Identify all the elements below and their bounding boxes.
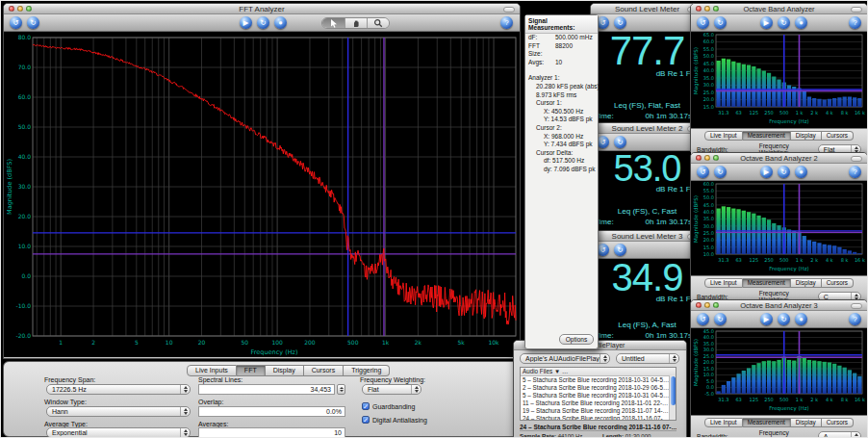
- info-button[interactable]: ?: [849, 166, 861, 178]
- window-type-select[interactable]: Hann: [46, 406, 191, 417]
- meter2-titlebar[interactable]: Sound Level Meter 2: [591, 123, 703, 134]
- snapshot-forward-button[interactable]: ↻: [714, 166, 727, 178]
- snapshot-forward-button[interactable]: ↻: [614, 136, 626, 148]
- snapshot-back-button[interactable]: ↺: [697, 16, 709, 29]
- octave-tab-live-input[interactable]: Live Input: [704, 278, 743, 288]
- minimize-icon[interactable]: [704, 155, 710, 161]
- info-button[interactable]: ?: [849, 16, 861, 29]
- octave-tab-display[interactable]: Display: [791, 131, 822, 141]
- frequency-weighting-select[interactable]: Flat: [362, 384, 421, 395]
- record-button[interactable]: ●: [795, 166, 807, 178]
- octave-tab-live-input[interactable]: Live Input: [704, 131, 743, 141]
- antialiasing-checkbox[interactable]: ✓: [362, 416, 370, 424]
- restart-button[interactable]: ↻: [778, 313, 790, 325]
- zoom-tool-segment[interactable]: [367, 18, 389, 28]
- play-button[interactable]: ▶: [760, 313, 773, 325]
- average-type-select[interactable]: Exponential: [46, 427, 191, 438]
- zoom-window-icon[interactable]: [713, 6, 719, 12]
- minimize-icon[interactable]: [704, 302, 710, 308]
- audio-file-item[interactable]: 2 – Stachura Scribe Blue recording 2018-…: [521, 384, 676, 392]
- record-button[interactable]: ●: [274, 16, 287, 29]
- options-button[interactable]: Options: [559, 334, 594, 345]
- play-button[interactable]: ▶: [240, 16, 252, 29]
- octave-tab-display[interactable]: Display: [791, 278, 822, 288]
- snapshot-forward-button[interactable]: ↻: [614, 244, 626, 256]
- fft-settings-tab-display[interactable]: Display: [266, 365, 304, 376]
- close-icon[interactable]: [696, 6, 702, 12]
- spectral-lines-stepper[interactable]: [337, 384, 345, 395]
- octave-tab-measurement[interactable]: Measurement: [743, 278, 791, 288]
- fft-titlebar[interactable]: FFT Analyzer: [4, 4, 520, 14]
- audio-file-item[interactable]: 11 – Stachura Scribe Blue recording 2018…: [521, 399, 676, 407]
- frequency-span-select[interactable]: 17226.5 Hz: [46, 384, 191, 395]
- list-scrollbar[interactable]: [669, 375, 676, 420]
- collapse-widget-icon[interactable]: [851, 303, 862, 309]
- overlap-input[interactable]: 0.0%: [198, 406, 345, 417]
- snapshot-back-button[interactable]: ↺: [10, 16, 22, 29]
- scrollbar-thumb[interactable]: [671, 376, 676, 405]
- octave-tab-cursors[interactable]: Cursors: [822, 418, 854, 427]
- pointer-tool-segment[interactable]: [322, 18, 345, 28]
- close-icon[interactable]: [9, 6, 14, 12]
- octave-tab-cursors[interactable]: Cursors: [822, 278, 854, 288]
- window-traffic-lights[interactable]: [696, 155, 719, 161]
- audio-file-item[interactable]: 24 – Stachura Scribe Blue recording 2018…: [521, 415, 676, 421]
- info-button[interactable]: ?: [849, 313, 861, 325]
- record-button[interactable]: ●: [795, 313, 807, 325]
- view-select[interactable]: Apple's AUAudioFilePlayer View: [520, 353, 610, 364]
- octave-tab-live-input[interactable]: Live Input: [704, 418, 743, 427]
- meter1-titlebar[interactable]: Sound Level Meter: [591, 4, 703, 14]
- signal-measurements-title[interactable]: Signal Measurements:: [525, 15, 598, 34]
- snapshot-back-button[interactable]: ↺: [697, 313, 709, 325]
- collapse-widget-icon[interactable]: [851, 7, 862, 13]
- info-button[interactable]: ?: [500, 16, 513, 29]
- snapshot-forward-button[interactable]: ↻: [714, 16, 727, 29]
- fft-settings-tab-fft[interactable]: FFT: [237, 365, 266, 376]
- audio-file-item[interactable]: 5 – Stachura Scribe Blue recording 2018-…: [521, 376, 676, 384]
- guardbanding-checkbox[interactable]: ✓: [362, 402, 370, 410]
- minimize-icon[interactable]: [704, 6, 710, 12]
- hand-tool-segment[interactable]: [345, 18, 367, 28]
- spectral-lines-input[interactable]: 34,453: [198, 384, 335, 395]
- audio-file-item[interactable]: 19 – Stachura Scribe Blue recording 2018…: [521, 407, 676, 415]
- zoom-window-icon[interactable]: [713, 302, 719, 308]
- octave-tab-measurement[interactable]: Measurement: [743, 131, 791, 141]
- fft-settings-tab-live-inputs[interactable]: Live Inputs: [187, 365, 237, 376]
- oba-titlebar[interactable]: Octave Band Analyzer 2: [691, 153, 867, 164]
- minimize-icon[interactable]: [17, 6, 23, 12]
- audio-files-list-header[interactable]: Audio Files ▼ …: [521, 368, 676, 376]
- zoom-window-icon[interactable]: [713, 155, 719, 161]
- record-button[interactable]: ●: [795, 16, 807, 29]
- play-button[interactable]: ▶: [760, 166, 773, 178]
- collapse-widget-icon[interactable]: [851, 156, 862, 162]
- restart-button[interactable]: ↻: [257, 16, 269, 29]
- restart-button[interactable]: ↻: [778, 166, 790, 178]
- oba-titlebar[interactable]: Octave Band Analyzer 3: [691, 300, 867, 311]
- zoom-window-icon[interactable]: [26, 6, 32, 12]
- octave-tab-cursors[interactable]: Cursors: [822, 131, 854, 141]
- collapse-widget-icon[interactable]: [503, 7, 515, 13]
- fft-settings-tab-cursors[interactable]: Cursors: [304, 365, 345, 376]
- close-icon[interactable]: [696, 155, 702, 161]
- octave-weighting-select[interactable]: A: [818, 431, 861, 438]
- window-traffic-lights[interactable]: [696, 302, 719, 308]
- window-traffic-lights[interactable]: [9, 6, 32, 12]
- snapshot-forward-button[interactable]: ↻: [614, 16, 626, 29]
- snapshot-back-button[interactable]: ↺: [697, 166, 709, 178]
- octave-tab-measurement[interactable]: Measurement: [743, 418, 791, 427]
- restart-button[interactable]: ↻: [778, 16, 790, 29]
- snapshot-forward-button[interactable]: ↻: [714, 313, 727, 325]
- oba-titlebar[interactable]: Octave Band Analyzer: [691, 4, 867, 14]
- fft-settings-tab-triggering[interactable]: Triggering: [344, 365, 390, 376]
- window-traffic-lights[interactable]: [696, 6, 719, 12]
- preset-select[interactable]: Untitled: [616, 353, 679, 364]
- meter3-titlebar[interactable]: Sound Level Meter 3: [591, 231, 703, 242]
- tool-mode-segmented-control[interactable]: [321, 17, 390, 29]
- averages-input[interactable]: 10: [198, 427, 345, 438]
- audio-file-item[interactable]: 5 – Stachura Scribe Blue recording 2018-…: [521, 392, 676, 399]
- play-button[interactable]: ▶: [760, 16, 773, 29]
- octave-tab-display[interactable]: Display: [791, 418, 822, 427]
- snapshot-forward-button[interactable]: ↻: [27, 16, 39, 29]
- octave-band-analyzer-1-window: Octave Band Analyzer↺↻▶↻●?15.020.025.030…: [690, 3, 868, 152]
- close-icon[interactable]: [696, 302, 702, 308]
